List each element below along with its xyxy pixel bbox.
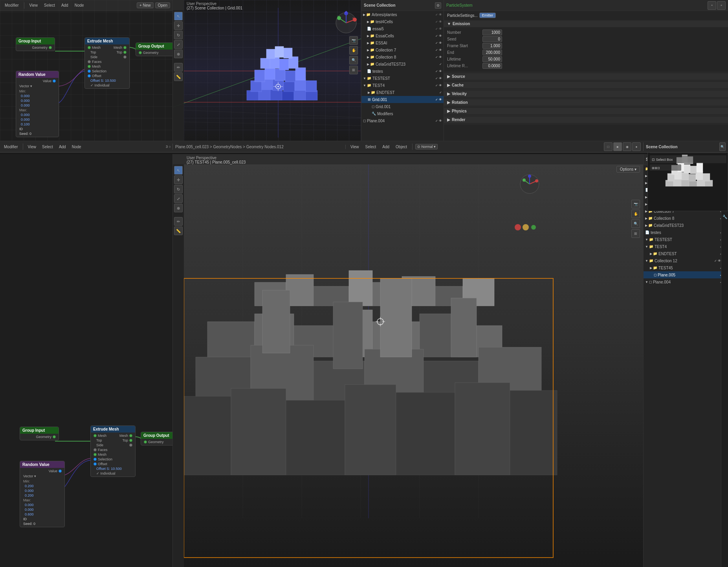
tree-endtest[interactable]: ▶ 📁 ENDTEST ✓ — [361, 89, 444, 96]
bt-col12[interactable]: ▼ 📁 Collection 12 ✓ 👁 📷 — [644, 257, 728, 264]
seed-value-e[interactable]: 0 — [482, 36, 502, 42]
mesh-out-bottom[interactable] — [129, 434, 132, 437]
check-endtest[interactable]: ✓ — [439, 91, 442, 94]
eye-testest[interactable]: 👁 — [439, 77, 442, 80]
check-test4[interactable]: ✓ — [435, 20, 438, 24]
velocity-header[interactable]: ▶ Velocity — [444, 90, 728, 97]
tree-essai[interactable]: ▶ 📁 ESSAI ✓ 👁 — [361, 39, 444, 46]
tree-testest[interactable]: ▼ 📁 TESTEST ✓ 👁 — [361, 75, 444, 82]
grid-btn-bottom[interactable]: ⊞ — [631, 229, 640, 238]
bt-testes[interactable]: 📄 testes ✓ 👁 — [644, 229, 728, 236]
grid-btn-top[interactable]: ⊞ — [349, 66, 358, 74]
select-menu-bottom-left[interactable]: Select — [40, 144, 55, 150]
extrude-mesh-node[interactable]: Extrude Mesh Mesh Mesh Top Top Side — [84, 37, 130, 89]
check-col7[interactable]: ✓ — [435, 48, 438, 52]
bt-endtest[interactable]: ▶ 📁 ENDTEST ✓ 👁 — [644, 250, 728, 257]
eye-col7[interactable]: 👁 — [439, 48, 442, 52]
mesh-in-bottom[interactable] — [94, 434, 97, 437]
annotate-tool[interactable]: ✏ — [174, 63, 183, 72]
faces-socket[interactable] — [88, 60, 91, 63]
eye-col8[interactable]: 👁 — [439, 55, 442, 59]
scale-tool[interactable]: ⤢ — [174, 40, 183, 49]
eye-essai5[interactable]: 👁 — [439, 27, 442, 31]
value-socket[interactable] — [53, 79, 56, 83]
tree-essai5[interactable]: 📄 essai5 ✓ 👁 — [361, 25, 444, 32]
camera-btn-top[interactable]: 📷 — [349, 36, 358, 45]
bt-test45[interactable]: ▶ 📁 TEST45 ✓ 👁 — [644, 264, 728, 271]
check-testes[interactable]: ✓ — [435, 70, 438, 73]
bt-plane004[interactable]: ▼ ◻ Plane.004 ✓ 👁 — [644, 278, 728, 285]
eye-test4[interactable]: 👁 — [439, 20, 442, 24]
sel-socket[interactable] — [88, 70, 91, 73]
bt-test4[interactable]: ▼ 📁 TEST4 ✓ 👁 — [644, 243, 728, 250]
measure-tool[interactable]: 📏 — [174, 72, 183, 81]
random-value-node-bottom[interactable]: Random Value Value Vector ▾ Min: 0.200 0… — [20, 461, 65, 527]
scale-tool-bottom[interactable]: ⤢ — [174, 194, 183, 203]
check-plane004[interactable]: ✓ — [435, 119, 438, 123]
hand-btn-bottom[interactable]: ✋ — [631, 210, 640, 218]
eye-test4b[interactable]: 👁 — [439, 84, 442, 87]
eye-essaicells[interactable]: 👁 — [439, 34, 442, 38]
tree-col7[interactable]: ▶ 📁 Collection 7 ✓ 👁 — [361, 46, 444, 53]
nav-gizmo-top[interactable]: X Y Z — [334, 11, 358, 35]
options-button[interactable]: Options ▾ — [616, 166, 640, 173]
node-menu-bottom-left[interactable]: Node — [70, 144, 84, 150]
extrude-mesh-node-bottom[interactable]: Extrude Mesh Mesh Mesh Top Top — [90, 425, 136, 477]
add-menu-bottom-left[interactable]: Add — [57, 144, 68, 150]
check-bt-col12[interactable]: ✓ — [714, 259, 717, 263]
check-testest[interactable]: ✓ — [435, 77, 438, 80]
eye-plane004[interactable]: 👁 — [439, 119, 442, 123]
bt-celagrid[interactable]: ▶ 📁 CelaGridTEST23 ✓ — [644, 222, 728, 229]
camera-btn-bottom[interactable]: 📷 — [631, 200, 640, 208]
group-output-node-bottom[interactable]: Group Output Geometry — [141, 432, 172, 446]
zoom-btn-top[interactable]: 🔍 — [349, 56, 358, 64]
cache-header[interactable]: ▶ Cache — [444, 82, 728, 88]
material-btn[interactable]: ◉ — [623, 142, 631, 151]
measure-tool-bottom[interactable]: 📏 — [174, 226, 183, 235]
view-center[interactable]: View — [348, 144, 361, 150]
check-grid001[interactable]: ✓ — [435, 98, 438, 101]
transform-tool-bottom[interactable]: ⊕ — [174, 204, 183, 212]
sel-in-bottom[interactable] — [94, 458, 97, 461]
bt-col8[interactable]: ▶ 📁 Collection 8 ✓ 👁 — [644, 215, 728, 222]
emission-header[interactable]: ▼ Emission — [444, 20, 728, 27]
offset-socket[interactable] — [88, 74, 91, 77]
check-celagrid[interactable]: ✓ — [439, 63, 442, 66]
rotate-tool[interactable]: ↻ — [174, 31, 183, 39]
filter-btn[interactable]: ⚙ — [435, 2, 441, 9]
value-socket-bottom[interactable] — [59, 469, 62, 473]
prop-icon-1[interactable]: + — [708, 1, 716, 10]
physics-header[interactable]: ▶ Physics — [444, 108, 728, 114]
group-output-node[interactable]: Group Output Geometry — [136, 42, 173, 56]
tree-test4[interactable]: ▼ 📁 TEST4 ✓ 👁 — [361, 82, 444, 89]
bt-plane005[interactable]: ◻ Plane.005 ✓ 👁 — [644, 271, 728, 278]
mesh2-socket[interactable] — [88, 65, 91, 68]
render-btn-shading[interactable]: ● — [632, 142, 641, 151]
add-center[interactable]: Add — [380, 144, 392, 150]
eye-testes[interactable]: 👁 — [439, 70, 442, 73]
geometry-socket-out[interactable] — [49, 46, 52, 49]
eye-bt-col12[interactable]: 👁 — [718, 259, 721, 263]
mesh-socket-out[interactable] — [123, 46, 127, 49]
modifier-prop-icon[interactable]: 🔧 — [721, 213, 728, 220]
side-out-bottom[interactable] — [129, 444, 132, 447]
zoom-btn-bottom[interactable]: 🔍 — [631, 219, 640, 228]
bt-testest[interactable]: ▼ 📁 TESTEST ✓ 👁 — [644, 236, 728, 243]
eye-grid001[interactable]: 👁 — [439, 98, 442, 101]
view-menu-bottom-left[interactable]: View — [26, 144, 39, 150]
geo-out-socket-bottom[interactable] — [53, 435, 56, 438]
framestart-value[interactable]: 1.000 — [482, 43, 502, 49]
search-btn-right[interactable]: 🔍 — [719, 142, 726, 151]
eye-essai[interactable]: 👁 — [439, 41, 442, 45]
offset-in-bottom[interactable] — [94, 462, 97, 466]
check-col8[interactable]: ✓ — [435, 55, 438, 59]
mesh2-in-bottom[interactable] — [94, 453, 97, 456]
tree-essaicells[interactable]: ▶ 📁 EssaiCells ✓ 👁 — [361, 32, 444, 39]
tree-modifiers[interactable]: 🔧 Modifiers — [361, 110, 444, 117]
annotate-tool-bottom[interactable]: ✏ — [174, 217, 183, 226]
rotate-tool-bottom[interactable]: ↻ — [174, 185, 183, 193]
wireframe-btn[interactable]: □ — [604, 142, 612, 151]
normal-dropdown[interactable]: ⊙ Normal ▾ — [415, 144, 438, 149]
tree-test4cells[interactable]: ▶ 📁 test4Cells ✓ 👁 — [361, 18, 444, 25]
faces-in-bottom[interactable] — [94, 448, 97, 451]
